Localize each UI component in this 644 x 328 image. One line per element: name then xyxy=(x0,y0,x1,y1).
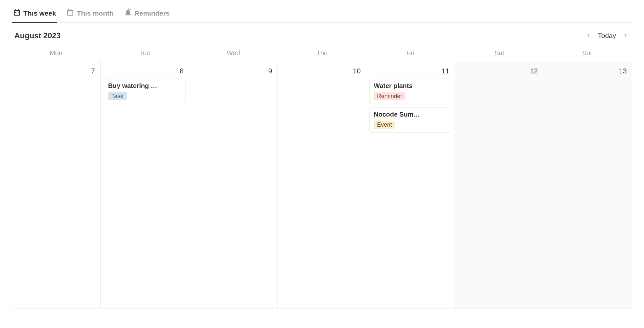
event-card[interactable]: Buy watering …Task xyxy=(104,79,186,104)
event-card[interactable]: Water plantsReminder xyxy=(369,79,451,104)
event-title: Nocode Sum… xyxy=(374,111,447,118)
event-title: Water plants xyxy=(374,82,447,90)
day-headers-row: MonTueWedThuFriSatSun xyxy=(12,47,632,62)
day-number: 13 xyxy=(547,66,629,75)
day-header: Mon xyxy=(12,47,100,62)
chevron-left-icon xyxy=(586,32,591,39)
today-button[interactable]: Today xyxy=(597,32,617,40)
tab-label: Reminders xyxy=(135,9,170,17)
day-number: 12 xyxy=(458,66,540,75)
day-cell[interactable]: 13 xyxy=(543,62,632,309)
event-tag: Task xyxy=(108,92,127,100)
next-button[interactable] xyxy=(621,32,630,40)
nav-controls: Today xyxy=(584,32,630,40)
month-title: August 2023 xyxy=(14,31,61,40)
day-header: Fri xyxy=(366,47,455,62)
tab-this-month[interactable]: This month xyxy=(65,6,115,23)
day-cell[interactable]: 7 xyxy=(12,62,101,309)
tab-label: This week xyxy=(23,9,56,17)
event-tag: Event xyxy=(374,121,395,129)
event-tag: Reminder xyxy=(374,92,406,100)
day-cell[interactable]: 8Buy watering …Task xyxy=(101,62,189,309)
day-number: 11 xyxy=(369,66,451,75)
calendar-month-icon xyxy=(66,8,74,18)
day-number: 10 xyxy=(281,66,363,75)
day-cell[interactable]: 11Water plantsReminderNocode Sum…Event xyxy=(366,62,455,309)
view-tabs: This week This month Reminders xyxy=(12,6,632,23)
tab-this-week[interactable]: This week xyxy=(12,6,57,23)
day-header: Sat xyxy=(455,47,544,62)
day-header: Wed xyxy=(189,47,278,62)
event-title: Buy watering … xyxy=(108,82,182,90)
event-card[interactable]: Nocode Sum…Event xyxy=(369,107,451,132)
tab-label: This month xyxy=(77,9,113,17)
chevron-right-icon xyxy=(623,32,628,39)
calendar-week-icon xyxy=(13,8,21,18)
tab-reminders[interactable]: Reminders xyxy=(123,6,171,23)
day-header: Sun xyxy=(544,47,632,62)
prev-button[interactable] xyxy=(584,32,593,40)
week-grid: 78Buy watering …Task91011Water plantsRem… xyxy=(12,62,632,309)
bell-icon xyxy=(124,8,132,18)
day-number: 7 xyxy=(15,66,97,75)
day-header: Thu xyxy=(278,47,367,62)
day-cell[interactable]: 12 xyxy=(455,62,544,309)
day-cell[interactable]: 10 xyxy=(278,62,367,309)
day-number: 9 xyxy=(192,66,274,75)
day-cell[interactable]: 9 xyxy=(189,62,278,309)
day-number: 8 xyxy=(104,66,186,75)
calendar: MonTueWedThuFriSatSun 78Buy watering …Ta… xyxy=(12,47,632,309)
day-header: Tue xyxy=(100,47,189,62)
calendar-toolbar: August 2023 Today xyxy=(12,31,632,40)
